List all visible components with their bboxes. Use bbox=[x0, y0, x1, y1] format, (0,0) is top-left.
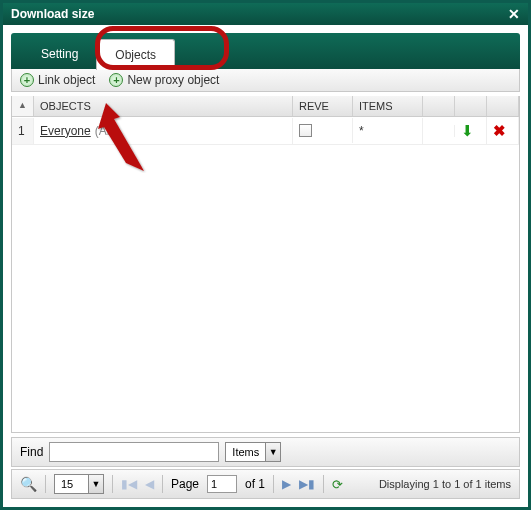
tab-strip: Setting Objects bbox=[11, 33, 520, 69]
page-size-combo[interactable]: 15 ▼ bbox=[54, 474, 104, 494]
find-scope-value: Items bbox=[225, 442, 265, 462]
items-cell: * bbox=[353, 118, 423, 144]
object-suffix: (All) bbox=[95, 124, 116, 138]
link-object-button[interactable]: Link object bbox=[20, 73, 95, 87]
column-spacer bbox=[455, 96, 487, 116]
close-icon[interactable]: ✕ bbox=[508, 7, 520, 21]
column-sort-icon[interactable]: ▲ bbox=[12, 96, 34, 116]
chevron-down-icon[interactable]: ▼ bbox=[265, 442, 281, 462]
refresh-icon[interactable]: ⟳ bbox=[332, 477, 343, 492]
find-bar: Find Items ▼ bbox=[11, 437, 520, 467]
column-spacer bbox=[423, 96, 455, 116]
object-link[interactable]: Everyone bbox=[40, 124, 91, 138]
paging-status: Displaying 1 to 1 of 1 items bbox=[379, 478, 511, 490]
plus-icon bbox=[20, 73, 34, 87]
objects-grid: ▲ OBJECTS REVE ITEMS 1 Everyone (All) bbox=[11, 96, 520, 433]
download-arrow-icon[interactable]: ⬇ bbox=[461, 123, 474, 138]
spacer-cell bbox=[423, 125, 455, 137]
new-proxy-button[interactable]: New proxy object bbox=[109, 73, 219, 87]
dialog-title: Download size bbox=[11, 7, 94, 21]
plus-icon bbox=[109, 73, 123, 87]
download-cell[interactable]: ⬇ bbox=[455, 117, 487, 144]
grid-body: 1 Everyone (All) * ⬇ ✖ bbox=[12, 117, 519, 432]
grid-header: ▲ OBJECTS REVE ITEMS bbox=[12, 96, 519, 117]
paging-bar: 🔍 15 ▼ ▮◀ ◀ Page of 1 ▶ ▶▮ ⟳ Displaying … bbox=[11, 469, 520, 499]
table-row[interactable]: 1 Everyone (All) * ⬇ ✖ bbox=[12, 117, 519, 145]
page-input[interactable] bbox=[207, 475, 237, 493]
first-page-icon[interactable]: ▮◀ bbox=[121, 477, 137, 491]
page-size-value: 15 bbox=[54, 474, 88, 494]
page-of: of 1 bbox=[245, 477, 265, 491]
next-page-icon[interactable]: ▶ bbox=[282, 477, 291, 491]
chevron-down-icon[interactable]: ▼ bbox=[88, 474, 104, 494]
find-scope-combo[interactable]: Items ▼ bbox=[225, 442, 281, 462]
object-name-cell[interactable]: Everyone (All) bbox=[34, 118, 293, 144]
prev-page-icon[interactable]: ◀ bbox=[145, 477, 154, 491]
column-objects[interactable]: OBJECTS bbox=[34, 96, 293, 116]
column-spacer bbox=[487, 96, 519, 116]
delete-cell[interactable]: ✖ bbox=[487, 117, 519, 144]
reve-cell[interactable] bbox=[293, 118, 353, 143]
page-label: Page bbox=[171, 477, 199, 491]
download-size-dialog: Download size ✕ Setting Objects Link obj… bbox=[0, 0, 531, 510]
tab-setting[interactable]: Setting bbox=[23, 39, 96, 69]
column-items[interactable]: ITEMS bbox=[353, 96, 423, 116]
search-icon[interactable]: 🔍 bbox=[20, 476, 37, 492]
last-page-icon[interactable]: ▶▮ bbox=[299, 477, 315, 491]
row-index: 1 bbox=[12, 118, 34, 144]
find-input[interactable] bbox=[49, 442, 219, 462]
objects-toolbar: Link object New proxy object bbox=[11, 69, 520, 92]
reve-checkbox[interactable] bbox=[299, 124, 312, 137]
tab-objects[interactable]: Objects bbox=[96, 39, 175, 70]
link-object-label: Link object bbox=[38, 73, 95, 87]
new-proxy-label: New proxy object bbox=[127, 73, 219, 87]
delete-icon[interactable]: ✖ bbox=[493, 123, 506, 138]
column-reve[interactable]: REVE bbox=[293, 96, 353, 116]
find-label: Find bbox=[20, 445, 43, 459]
title-bar[interactable]: Download size ✕ bbox=[3, 3, 528, 25]
